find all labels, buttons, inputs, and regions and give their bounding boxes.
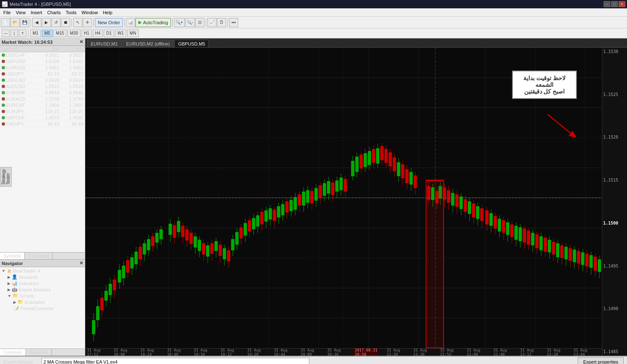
tree-item-root[interactable]: ▼ 🖥 MetaTrader 4 [1, 268, 84, 274]
period-d1[interactable]: D1 [104, 30, 114, 37]
svg-rect-237 [568, 248, 572, 261]
svg-rect-127 [314, 188, 318, 201]
market-watch-row[interactable]: EURCHF 1.2894 1.2897 [0, 102, 85, 109]
new-btn[interactable]: 📄 [1, 18, 10, 27]
stop-btn[interactable]: ⏹ [61, 18, 70, 27]
back-btn[interactable]: ◀ [32, 18, 41, 27]
tree-item-accounts[interactable]: ▶ 👤 Accounts [7, 274, 84, 280]
chart-tab-eurusd-m2[interactable]: EURUSD,M2 (offline) [122, 40, 173, 47]
chart-container[interactable]: GBPUSD,M5 1.19071.19081.19071.1908 [85, 48, 627, 356]
svg-rect-51 [151, 236, 154, 246]
period-m15[interactable]: M15 [54, 30, 66, 37]
market-watch-row[interactable]: EURJPY 120.21 120.25 [0, 109, 85, 115]
svg-rect-131 [323, 183, 326, 196]
tree-item-period-converter[interactable]: 📝 PeriodConverter [13, 305, 84, 312]
svg-rect-103 [265, 210, 268, 222]
restore-button[interactable]: □ [611, 1, 618, 7]
market-watch-row[interactable]: USDJPY 83.19 83.22 [0, 71, 85, 77]
market-watch-row[interactable]: GBPCHF 1.4575 1.4585 [0, 115, 85, 121]
expand-icon-root: ▼ [2, 269, 5, 273]
row-ask: 1.3748 [61, 96, 85, 102]
tab-tick-chart[interactable]: Tick Chart [25, 253, 53, 259]
market-watch-scroll[interactable]: Symbol Bid Ask USDCHF 0.8921 0.8925 GBPU… [0, 46, 85, 252]
svg-rect-207 [506, 222, 510, 235]
navigator-tree: ▼ 🖥 MetaTrader 4 ▶ 👤 Accounts ▶ 📊 Indica… [0, 267, 85, 349]
folder-icon-scripts: 📁 [13, 293, 18, 298]
market-watch-row[interactable]: EURGBP 0.8843 0.8846 [0, 90, 85, 96]
period-m5[interactable]: M5 [42, 30, 53, 37]
autotrading-button[interactable]: ▶ AutoTrading [135, 18, 171, 27]
period-m30[interactable]: M30 [67, 30, 80, 37]
menu-charts[interactable]: Charts [45, 10, 63, 15]
chart-tab-gbpusd-m5[interactable]: GBPUSD,M5 [174, 40, 209, 47]
crosshair-btn[interactable]: ✛ [83, 18, 92, 27]
cursor-btn[interactable]: ↖ [73, 18, 82, 27]
minimize-button[interactable]: ─ [604, 1, 610, 7]
menu-tools[interactable]: Tools [63, 10, 79, 15]
save-btn[interactable]: 💾 [20, 18, 29, 27]
svg-rect-199 [489, 213, 493, 226]
vertical-tab-tester[interactable]: Strategy Tester [0, 167, 12, 187]
expert-properties-button[interactable]: Expert properties [578, 357, 624, 364]
period-h4[interactable]: H4 [93, 30, 103, 37]
tree-item-expert-advisors[interactable]: ▶ 🤖 Expert Advisors [7, 286, 84, 293]
fit-btn[interactable]: ⊡ [195, 18, 204, 27]
row-ask: 0.8846 [61, 90, 85, 96]
svg-rect-179 [447, 190, 450, 203]
fwd-btn[interactable]: ▶ [42, 18, 51, 27]
row-ask: 0.8925 [61, 52, 85, 58]
market-watch-panel: Market Watch: 16:24:53 ✕ Symbol Bid Ask … [0, 38, 85, 260]
svg-rect-59 [173, 225, 176, 238]
tree-item-scripts[interactable]: ▼ 📁 Scripts [7, 293, 84, 299]
line-tool-btn[interactable]: — [2, 30, 10, 37]
period-m1[interactable]: M1 [30, 30, 41, 37]
chart-tab-eurusd-m1[interactable]: EURUSD,M1 [87, 40, 122, 47]
period-w1[interactable]: W1 [115, 30, 126, 37]
row-ask: 1.0518 [61, 83, 85, 90]
menu-view[interactable]: View [13, 10, 28, 15]
template-btn[interactable]: 🗒 [217, 18, 226, 27]
chart-line-btn[interactable]: 📊 [126, 18, 135, 27]
open-btn[interactable]: 📂 [10, 18, 20, 27]
svg-rect-205 [502, 220, 505, 233]
market-watch-row[interactable]: GBPUSD 1.6339 1.6342 [0, 58, 85, 65]
symbol-dot [2, 110, 5, 113]
zoom-in-btn[interactable]: 🔍+ [174, 18, 185, 27]
tab-common[interactable]: Common [0, 349, 26, 356]
zoom-out-btn[interactable]: 🔍- [185, 18, 195, 27]
row-symbol: USDJPY [0, 71, 37, 77]
symbol-dot [2, 85, 5, 88]
tree-item-examples[interactable]: ▶ 📁 Examples [13, 299, 84, 305]
indicator-btn[interactable]: 📈 [207, 18, 217, 27]
menu-window[interactable]: Window [79, 10, 100, 15]
tab-favorites[interactable]: Favorites [26, 349, 52, 356]
text-tool-btn[interactable]: T [19, 30, 26, 37]
tab-symbols[interactable]: Symbols [0, 253, 25, 259]
new-order-button[interactable]: New Order [95, 18, 123, 27]
tree-item-indicators[interactable]: ▶ 📊 Indicators [7, 280, 84, 286]
market-watch-row[interactable]: AUDUSD 1.0515 1.0518 [0, 83, 85, 90]
row-bid: 1.2894 [37, 102, 61, 109]
menu-insert[interactable]: Insert [28, 10, 45, 15]
row-bid: 83.19 [37, 71, 61, 77]
symbol-dot [2, 78, 5, 82]
hline-tool-btn[interactable]: | [10, 30, 18, 37]
market-watch-row[interactable]: USDCHF 0.8921 0.8925 [0, 52, 85, 58]
main-toolbar: 📄 📂 💾 ◀ ▶ ↺ ⏹ ↖ ✛ New Order 📊 ▶ AutoTrad… [0, 17, 627, 28]
market-watch-row[interactable]: USDCAD 0.9620 0.9624 [0, 77, 85, 83]
expand-icon-indicators: ▶ [8, 281, 10, 286]
period-mn[interactable]: MN [127, 30, 139, 37]
market-watch-close[interactable]: ✕ [79, 39, 83, 45]
market-watch-row[interactable]: EURAUD 1.3736 1.3748 [0, 96, 85, 102]
chart-bar-btn[interactable]: ▪▪▪ [229, 18, 238, 27]
market-watch-row[interactable]: CADJPY 86.43 86.49 [0, 121, 85, 127]
folder-icon-accounts: 👤 [12, 274, 18, 280]
close-button[interactable]: ✕ [619, 1, 625, 7]
refresh-btn[interactable]: ↺ [51, 18, 61, 27]
menu-help[interactable]: Help [100, 10, 115, 15]
navigator-close[interactable]: ✕ [79, 260, 83, 266]
menu-file[interactable]: File [1, 10, 13, 15]
expert-advisor-input[interactable] [41, 358, 309, 364]
market-watch-row[interactable]: EURUSD 1.4451 1.4453 [0, 65, 85, 71]
period-h1[interactable]: H1 [82, 30, 92, 37]
